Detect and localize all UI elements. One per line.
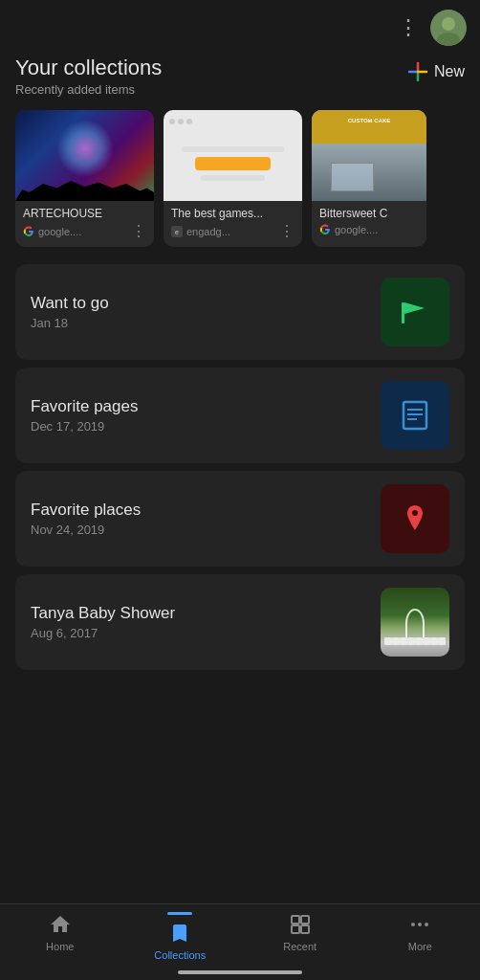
item-footer: Bittersweet C google.... (312, 201, 426, 243)
item-more-options[interactable]: ⋮ (279, 224, 295, 239)
tanya-baby-shower-thumbnail (381, 588, 449, 657)
nav-item-recent[interactable]: Recent (240, 912, 360, 961)
svg-point-16 (411, 923, 415, 926)
more-icon (407, 912, 432, 937)
item-footer: ARTECHOUSE google.... ⋮ (15, 201, 154, 247)
item-meta: google.... ⋮ (23, 224, 146, 239)
top-bar: ⋮ (0, 0, 480, 52)
collection-name: Favorite pages (31, 397, 381, 416)
item-source-text: engadg... (186, 226, 230, 237)
engadget-icon: e (171, 226, 183, 237)
new-collection-button[interactable]: New (407, 57, 465, 86)
thumbnail-browser (164, 110, 302, 201)
bottom-navigation: Home Collections Recent (0, 903, 480, 980)
item-title: Bittersweet C (319, 207, 419, 220)
nav-active-indicator (167, 912, 192, 915)
nav-label-more: More (408, 941, 432, 952)
collection-info: Tanya Baby Shower Aug 6, 2017 (31, 604, 381, 640)
list-item[interactable]: CUSTOM CAKE Bittersweet C google.... (312, 110, 426, 247)
collections-icon (167, 921, 192, 946)
collection-date: Dec 17, 2019 (31, 419, 381, 434)
collection-date: Aug 6, 2017 (31, 626, 381, 640)
svg-point-17 (418, 923, 422, 926)
nav-item-more[interactable]: More (360, 912, 481, 961)
list-item[interactable]: Tanya Baby Shower Aug 6, 2017 (15, 574, 465, 670)
recent-icon (288, 912, 313, 937)
google-icon (319, 224, 331, 235)
collection-date: Jan 18 (31, 316, 381, 330)
collections-list: Want to go Jan 18 Favorite pages Dec 17,… (0, 256, 480, 678)
collection-info: Favorite places Nov 24, 2019 (31, 501, 381, 537)
browser-bar (169, 116, 296, 127)
more-options-icon[interactable]: ⋮ (398, 15, 421, 40)
collection-info: Want to go Jan 18 (31, 294, 381, 330)
item-more-options[interactable]: ⋮ (131, 224, 146, 239)
store-sign: CUSTOM CAKE (348, 118, 391, 123)
collection-info: Favorite pages Dec 17, 2019 (31, 397, 381, 434)
item-meta: e engadg... ⋮ (171, 224, 295, 239)
home-indicator (178, 970, 302, 974)
item-source: google.... (319, 224, 378, 235)
page-header: Your collections Recently added items Ne… (0, 52, 480, 99)
thumbnail-store: CUSTOM CAKE (312, 110, 426, 201)
want-to-go-icon (381, 278, 449, 346)
svg-rect-15 (301, 925, 309, 933)
item-footer: The best games... e engadg... ⋮ (164, 201, 302, 247)
nav-label-collections: Collections (154, 949, 206, 961)
header-left: Your collections Recently added items (15, 56, 162, 97)
list-item[interactable]: Want to go Jan 18 (15, 264, 465, 360)
svg-point-18 (425, 923, 428, 926)
svg-point-1 (442, 17, 455, 31)
item-source-text: google.... (38, 226, 81, 237)
list-item[interactable]: Favorite places Nov 24, 2019 (15, 471, 465, 567)
list-item[interactable]: The best games... e engadg... ⋮ (164, 110, 302, 247)
nav-item-collections[interactable]: Collections (120, 912, 241, 961)
svg-rect-13 (301, 916, 309, 924)
collection-name: Favorite places (31, 501, 381, 520)
item-source: e engadg... (171, 226, 230, 237)
page-subtitle: Recently added items (15, 82, 162, 97)
nav-label-recent: Recent (283, 941, 316, 952)
plus-icon (407, 61, 428, 82)
svg-rect-7 (402, 302, 404, 323)
nav-label-home: Home (46, 941, 74, 952)
item-meta: google.... (319, 224, 419, 235)
browser-content (169, 131, 296, 195)
nav-item-home[interactable]: Home (0, 912, 120, 961)
thumbnail-artechouse (15, 110, 154, 201)
item-source: google.... (23, 226, 81, 237)
collection-name: Want to go (31, 294, 381, 313)
avatar[interactable] (430, 10, 467, 46)
list-item[interactable]: ARTECHOUSE google.... ⋮ (15, 110, 154, 247)
item-title: ARTECHOUSE (23, 207, 146, 220)
home-icon (48, 912, 73, 937)
collection-date: Nov 24, 2019 (31, 523, 381, 537)
svg-rect-12 (292, 916, 299, 924)
recently-added-section: ARTECHOUSE google.... ⋮ (0, 99, 480, 253)
favorite-places-icon (381, 484, 449, 553)
collection-name: Tanya Baby Shower (31, 604, 381, 623)
new-button-label: New (434, 63, 465, 80)
list-item[interactable]: Favorite pages Dec 17, 2019 (15, 368, 465, 463)
item-source-text: google.... (335, 224, 378, 235)
page-title: Your collections (15, 56, 162, 80)
google-icon (23, 226, 34, 237)
item-title: The best games... (171, 207, 295, 220)
svg-rect-14 (292, 925, 299, 933)
favorite-pages-icon (381, 381, 449, 450)
